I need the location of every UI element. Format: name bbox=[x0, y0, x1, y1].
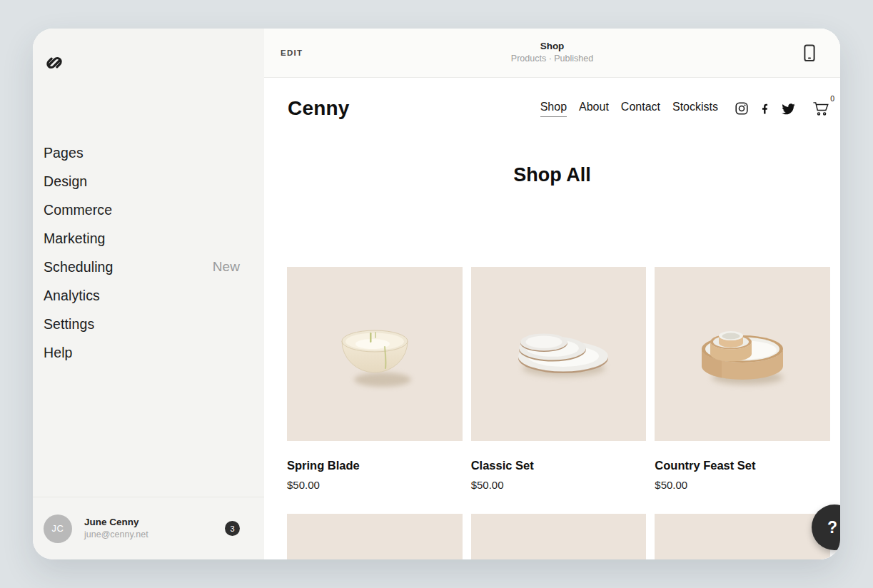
user-name: June Cenny bbox=[84, 516, 148, 529]
sidebar-item-help[interactable]: Help bbox=[44, 338, 240, 367]
sidebar-item-commerce[interactable]: Commerce bbox=[44, 196, 240, 224]
product-image-ceramic-bowl[interactable] bbox=[287, 267, 463, 441]
product-image-stacked-plates[interactable] bbox=[471, 267, 647, 441]
product-card: Country Feast Set $50.00 bbox=[655, 267, 830, 491]
new-badge: New bbox=[213, 259, 240, 275]
page-status: Shop Products · Published bbox=[511, 41, 593, 64]
app-window: Pages Design Commerce Marketing Scheduli… bbox=[33, 29, 840, 559]
site-nav: Shop About Contact Stockists bbox=[540, 101, 830, 117]
product-image-tile[interactable] bbox=[655, 514, 830, 559]
edit-button[interactable]: EDIT bbox=[281, 49, 303, 57]
site-header: Cenny Shop About Contact Stockists bbox=[264, 78, 840, 139]
product-price: $50.00 bbox=[287, 479, 463, 491]
site-nav-shop[interactable]: Shop bbox=[540, 101, 567, 117]
product-price: $50.00 bbox=[471, 479, 647, 491]
product-image-nested-bowls[interactable] bbox=[655, 267, 830, 441]
sidebar-item-label: Analytics bbox=[44, 288, 100, 304]
cart-icon[interactable]: 0 bbox=[812, 101, 830, 117]
site-brand-logo[interactable]: Cenny bbox=[288, 97, 350, 120]
sidebar-item-scheduling[interactable]: Scheduling New bbox=[44, 253, 240, 281]
avatar[interactable]: JC bbox=[44, 514, 72, 543]
facebook-icon[interactable] bbox=[759, 103, 771, 115]
notification-count-badge[interactable]: 3 bbox=[225, 521, 240, 536]
admin-sidebar: Pages Design Commerce Marketing Scheduli… bbox=[33, 29, 264, 559]
sidebar-item-label: Settings bbox=[44, 316, 94, 333]
sidebar-item-label: Design bbox=[44, 173, 87, 190]
sidebar-item-settings[interactable]: Settings bbox=[44, 310, 240, 338]
help-button-label: ? bbox=[827, 518, 837, 537]
product-grid: Spring Blade $50.00 bbox=[264, 267, 840, 559]
twitter-icon[interactable] bbox=[782, 102, 795, 116]
site-preview-pane: EDIT Shop Products · Published Cenny Sho… bbox=[264, 29, 840, 559]
product-price: $50.00 bbox=[655, 479, 830, 491]
preview-topbar: EDIT Shop Products · Published bbox=[264, 29, 840, 78]
squarespace-logo-icon[interactable] bbox=[44, 52, 65, 74]
product-card: Spring Blade $50.00 bbox=[287, 267, 463, 491]
product-card bbox=[471, 514, 647, 559]
sidebar-item-label: Help bbox=[44, 345, 73, 361]
shop-all-heading: Shop All bbox=[264, 164, 840, 186]
product-name[interactable]: Spring Blade bbox=[287, 459, 463, 472]
user-account-area[interactable]: JC June Cenny june@cenny.net 3 bbox=[33, 497, 264, 559]
page-subtitle: Products · Published bbox=[511, 54, 593, 64]
social-icons bbox=[735, 102, 795, 116]
sidebar-item-label: Pages bbox=[44, 145, 84, 161]
sidebar-item-label: Commerce bbox=[44, 202, 112, 218]
site-nav-about[interactable]: About bbox=[579, 101, 609, 117]
mobile-phone-icon[interactable] bbox=[804, 44, 815, 62]
product-image-tile[interactable] bbox=[471, 514, 647, 559]
product-name[interactable]: Country Feast Set bbox=[655, 459, 830, 472]
product-card: Classic Set $50.00 bbox=[471, 267, 647, 491]
product-card bbox=[287, 514, 463, 559]
cart-count: 0 bbox=[830, 94, 834, 103]
user-email: june@cenny.net bbox=[84, 529, 148, 541]
page-title: Shop bbox=[511, 41, 593, 51]
product-card bbox=[655, 514, 830, 559]
sidebar-item-label: Marketing bbox=[44, 230, 106, 247]
user-info: June Cenny june@cenny.net bbox=[84, 516, 148, 541]
sidebar-item-pages[interactable]: Pages bbox=[44, 138, 240, 167]
sidebar-item-analytics[interactable]: Analytics bbox=[44, 281, 240, 310]
sidebar-nav: Pages Design Commerce Marketing Scheduli… bbox=[33, 138, 264, 367]
product-image-tile[interactable] bbox=[287, 514, 463, 559]
sidebar-item-label: Scheduling bbox=[44, 259, 113, 275]
sidebar-item-marketing[interactable]: Marketing bbox=[44, 224, 240, 253]
sidebar-item-design[interactable]: Design bbox=[44, 167, 240, 196]
instagram-icon[interactable] bbox=[735, 102, 748, 115]
product-name[interactable]: Classic Set bbox=[471, 459, 647, 472]
site-nav-stockists[interactable]: Stockists bbox=[672, 101, 718, 117]
site-content: Cenny Shop About Contact Stockists bbox=[264, 78, 840, 559]
site-nav-contact[interactable]: Contact bbox=[621, 101, 660, 117]
